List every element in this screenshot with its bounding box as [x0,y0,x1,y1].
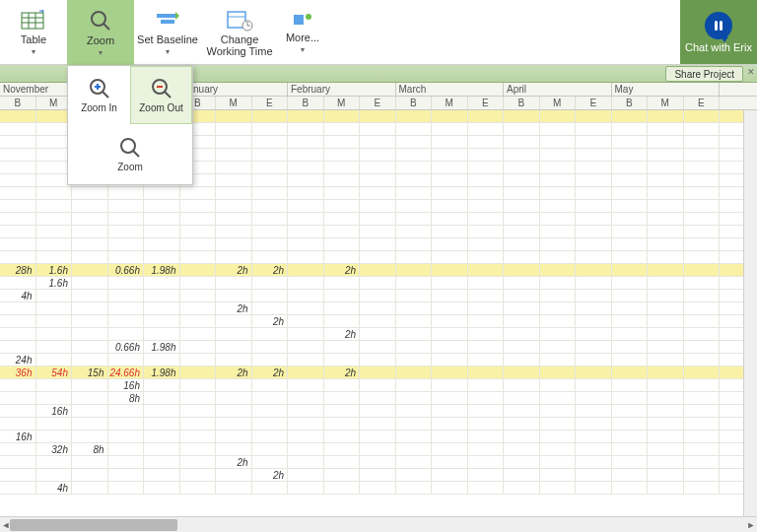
grid-cell [432,238,468,250]
more-button[interactable]: More... ▾ [278,0,327,65]
grid-cell [144,213,180,225]
grid-cell [180,405,217,417]
zoom-in-option[interactable]: Zoom In [68,66,130,124]
grid-cell [396,264,433,276]
grid-cell [252,290,289,301]
zoom-out-option[interactable]: Zoom Out [130,66,192,124]
ribbon-toolbar: Table ▾ Zoom ▾ Set Baseline ▾ Change Wor… [0,0,757,65]
grid-cell [396,482,433,494]
grid-cell [108,315,145,327]
grid-cell [396,405,433,417]
grid-cell [684,149,721,161]
grid-cell [684,187,721,199]
grid-cell [360,136,396,148]
scroll-thumb[interactable] [10,519,177,531]
grid-cell [72,302,108,314]
grid-cell [684,328,721,340]
grid-cell [540,110,577,122]
horizontal-scrollbar[interactable]: ◄ ► [0,516,757,532]
grid-cell [432,431,468,442]
grid-cell: 2h [252,469,289,481]
grid-cell [468,341,505,353]
grid-cell [180,469,217,481]
grid-cell [36,456,73,468]
grid-cell [180,200,217,212]
grid-cell [360,277,396,289]
scroll-right-arrow-icon[interactable]: ► [745,519,757,531]
sub-header: B [288,97,324,109]
grid-cell [540,251,577,263]
set-baseline-label: Set Baseline [137,33,198,45]
grid-cell [684,302,721,314]
grid-cell [612,354,649,366]
zoom-option[interactable]: Zoom [68,125,192,183]
grid-cell [324,238,361,250]
grid-cell [576,238,612,250]
grid-cell [360,379,396,391]
grid-cell [216,251,252,263]
table-button[interactable]: Table ▾ [0,0,67,65]
grid-cell [108,251,145,263]
dropdown-arrow-icon: ▾ [99,48,103,57]
grid-cell [288,315,324,327]
zoom-button[interactable]: Zoom ▾ [67,0,134,65]
grid-cell [684,200,721,212]
grid-cell [144,379,180,391]
sub-header: B [504,97,540,109]
grid-cell [144,405,180,417]
calendar-clock-icon [226,8,253,32]
grid-cell [468,226,505,237]
vertical-scrollbar[interactable] [743,110,757,516]
grid-cell [108,213,145,225]
grid-cell: 54h [36,366,73,378]
grid-cell [540,341,577,353]
grid-cell: 2h [216,456,252,468]
grid-cell [0,392,36,404]
grid-cell [324,110,361,122]
grid-cell [360,302,396,314]
grid-cell [576,405,612,417]
grid-cell [360,366,396,378]
grid-cell [36,187,73,199]
grid-cell [288,200,324,212]
grid-cell [468,277,505,289]
grid-cell [36,328,73,340]
grid-cell [288,277,324,289]
grid-cell [396,379,433,391]
table-row: 2h [0,469,757,482]
grid-cell [396,110,433,122]
grid-cell [684,277,721,289]
grid-cell: 1.98h [144,366,180,378]
svg-point-5 [92,12,105,26]
grid-cell [576,315,612,327]
set-baseline-button[interactable]: Set Baseline ▾ [134,0,201,65]
grid-cell [504,213,540,225]
grid-cell [36,302,73,314]
change-working-time-button[interactable]: Change Working Time [201,0,278,65]
grid-cell [576,213,612,225]
close-icon[interactable]: ✕ [747,67,755,77]
grid-cell [144,456,180,468]
grid-cell [252,110,289,122]
chat-with-erix-button[interactable]: Chat with Erix [680,0,757,64]
grid-cell [540,405,577,417]
month-header: March [396,83,505,96]
sub-header: B [612,97,649,109]
grid-cell [468,315,505,327]
grid-cell [36,315,73,327]
grid-cell [576,162,612,173]
grid-cell [432,162,468,173]
grid-cell [216,469,252,481]
sub-header: M [432,97,468,109]
grid-cell [72,456,108,468]
grid-cell [144,226,180,237]
zoom-out-label: Zoom Out [139,102,182,113]
table-row: 8h [0,392,757,405]
grid-cell [324,418,361,430]
grid-cell [180,277,217,289]
grid-cell [0,226,36,237]
table-row: 2h [0,456,757,469]
grid-cell [432,264,468,276]
table-row [0,187,757,200]
share-project-button[interactable]: Share Project [665,66,743,82]
